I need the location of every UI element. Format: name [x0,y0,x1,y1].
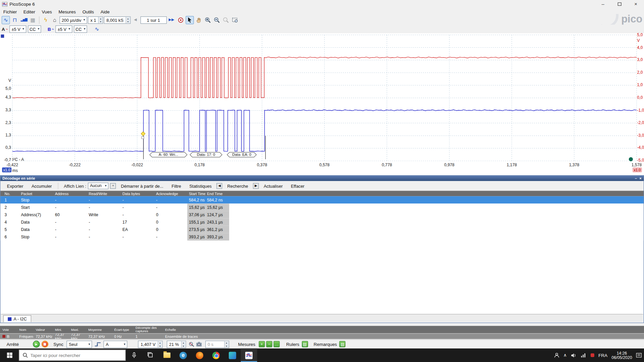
action-center-icon[interactable] [636,353,642,357]
tray-chevron-up-icon[interactable]: ∧ [564,353,567,358]
column-header[interactable]: Data bytes [120,191,154,195]
layout-view-button[interactable]: ▦ [29,16,37,24]
column-header[interactable]: Acknowledge [154,191,187,195]
edit-measure-button[interactable]: … [273,341,279,347]
table-row[interactable]: 6 Stop - - - - 393,2 µs 393,2 µs [0,233,644,241]
accumulate-button[interactable]: Accumuler [28,182,55,189]
channel-a-coupling-select[interactable]: CC▾ [28,25,41,33]
panel-close-icon[interactable]: × [639,176,641,180]
firefox-button[interactable] [192,349,208,362]
measurement-column-header[interactable]: Nom [17,326,33,333]
table-row[interactable]: 5 Data - - EA 0 273,5 µs 361,2 µs [0,226,644,233]
spinner-arrows[interactable]: ▲▼ [125,17,130,23]
tray-app-icon[interactable] [591,353,594,357]
table-row[interactable]: 4 Data - - 17 0 155,1 µs 243,1 µs [0,218,644,226]
menu-item[interactable]: Vues [39,9,55,14]
tab-a-i2c[interactable]: A - I2C [3,315,31,322]
probe-settings-button[interactable]: ∿ [93,25,101,33]
zoom-reset-icon[interactable] [189,342,195,347]
minimize-button[interactable]: – [595,0,611,8]
menu-item[interactable]: Outils [79,9,97,14]
marquee-zoom-button[interactable] [231,16,239,24]
spinner-arrows[interactable]: ▲▼ [98,17,103,23]
home-button[interactable]: ⌂ [51,16,59,24]
decode-panel-titlebar[interactable]: Décodage en série – × [0,176,644,181]
picoscope-taskbar-button[interactable] [241,349,257,362]
next-buffer-button[interactable]: ▶▶ [167,16,175,24]
spin-up-icon[interactable]: ▲ [100,17,102,19]
column-header[interactable]: Packet [19,191,53,195]
menu-item[interactable]: Aide [97,9,113,14]
measurement-column-header[interactable]: Valeur [33,326,53,333]
file-explorer-button[interactable] [159,349,175,362]
column-header[interactable]: No. [0,191,19,195]
notes-button[interactable]: ▨ [339,341,345,347]
column-header[interactable]: End Time [205,191,229,195]
spectrum-view-button[interactable]: ▂▅▇ [20,16,28,24]
statistics-button[interactable]: Statistiques [186,182,215,189]
spin-up-icon[interactable]: ▲ [159,341,161,344]
marker-pen-button[interactable] [176,16,184,24]
pointer-tool-button[interactable] [185,16,194,24]
channel-b-range-select[interactable]: ±5 V▾ [56,25,72,33]
zoom-out-button[interactable] [213,16,221,24]
column-header[interactable]: Read/Write [87,191,120,195]
add-measure-button[interactable]: + [259,341,265,347]
hand-tool-button[interactable] [195,16,203,24]
language-indicator[interactable]: FRA [598,353,607,358]
spinner-arrows[interactable]: ▲▼ [181,341,185,348]
spin-down-icon[interactable]: ▼ [127,20,129,23]
search-input[interactable] [31,353,113,358]
taskbar-clock[interactable]: 14:26 06/05/2020 [611,351,632,360]
trigger-edge-icon[interactable] [95,341,101,347]
spin-down-icon[interactable]: ▼ [182,345,184,347]
volume-icon[interactable] [571,353,577,358]
table-row[interactable]: 3 Address(7) 60 Write - 0 37,06 µs 124,7… [0,211,644,218]
pretrigger-spinner[interactable]: 21 % ▲▼ [167,341,186,348]
search-button[interactable]: Recherche [224,182,252,189]
remove-measure-button[interactable]: − [266,341,272,347]
measurement-column-header[interactable]: Mini. [53,326,69,333]
menu-item[interactable]: Fichier [0,9,20,14]
channel-a-button[interactable]: A ~ [2,26,8,32]
menu-item[interactable]: Mesures [55,9,79,14]
sample-count-spinner[interactable]: 8,001 kS ▲▼ [104,16,130,23]
network-icon[interactable] [581,353,586,357]
restore-button[interactable] [611,0,628,8]
table-row[interactable]: 2 Start - - - - 15,62 µs 15,62 µs [0,203,644,211]
timebase-select[interactable]: 200 µs/div ▾ [60,16,87,23]
start-from-button[interactable]: Démarrer à partir de... [118,182,167,189]
panel-minimize-icon[interactable]: – [635,176,637,180]
measurement-row[interactable]: B Fréquence 72,37 kHz 72,37 kHz 72,37 kH… [0,333,644,339]
zoom-in-button[interactable] [204,16,212,24]
rulers-button[interactable]: ▨ [302,341,308,347]
edge-button[interactable]: e [175,349,192,362]
spin-up-icon[interactable]: ▲ [182,341,184,344]
auto-setup-button[interactable]: ϟ [42,16,50,24]
measurement-column-header[interactable]: Voie [0,326,17,333]
taskbar-search[interactable] [19,350,125,361]
link-add-button[interactable]: + [110,183,116,189]
trigger-level-spinner[interactable]: 1,407 V ▲▼ [138,341,162,348]
chrome-button[interactable] [208,349,224,362]
channel-b-coupling-select[interactable]: CC▾ [74,25,87,33]
spin-down-icon[interactable]: ▼ [159,345,161,347]
trigger-source-select[interactable]: A ▾ [104,341,127,348]
trigger-mode-select[interactable]: Seul ▾ [67,341,92,348]
column-header[interactable]: Start Time [187,191,205,195]
tray-user-icon[interactable] [554,353,559,358]
stop-capture-button[interactable] [42,341,49,348]
start-capture-button[interactable]: ▶ [33,341,40,348]
refresh-button[interactable]: Actualiser [260,182,286,189]
camera-icon[interactable] [196,342,202,347]
table-row[interactable]: 1 Stop - - - - 584,2 ns 584,2 ns [0,196,644,203]
spinner-arrows[interactable]: ▲▼ [158,341,162,348]
channel-b-button[interactable]: B ~ [48,26,54,32]
search-prev-button[interactable]: ◀ [217,183,222,189]
cortana-mic-button[interactable] [126,349,142,362]
column-header[interactable]: Address [53,191,87,195]
measurement-column-header[interactable]: Décompte des captures [133,326,163,333]
zoom-factor-spinner[interactable]: x 1 ▲▼ [88,16,103,23]
search-next-button[interactable]: ▶ [253,183,259,189]
clear-button[interactable]: Effacer [287,182,308,189]
